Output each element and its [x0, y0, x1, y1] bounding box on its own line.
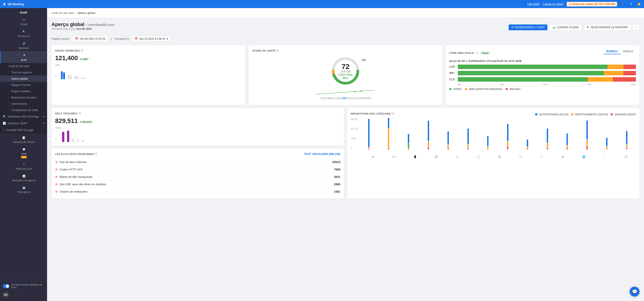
feedback-link[interactable]: Laisser un retour [543, 3, 563, 6]
help-icon[interactable]: ? [629, 2, 633, 6]
bar-group-4 [81, 77, 85, 79]
sidebar-sub-apercu-global[interactable]: Aperçu global [0, 76, 47, 82]
cwv-axis-0: 0% [458, 83, 461, 86]
col12-yellow [586, 140, 588, 146]
view-all-problems-link[interactable]: TOUT VISUALISER (698,156) [304, 153, 340, 156]
sidebar-item-projets[interactable]: ⊞ Projets [0, 16, 47, 27]
sidebar-verificateur-seo[interactable]: 🔍 Vérificateur SEO On-Page ▾ [0, 113, 47, 120]
category-legend: NOTIFICATIONS (451136) AVERTISSEMENTS (2… [535, 113, 636, 116]
invite-link[interactable]: Lien invité [527, 3, 539, 6]
more-options-button[interactable]: ⋮ [633, 24, 640, 31]
cat-icon-chart: 📈 [616, 155, 636, 158]
compare-date-picker[interactable]: 📅 Jan-19 2024 13:38:23 ▾ [132, 36, 170, 42]
sidebar-sub-ressources[interactable]: Ressources trouvées [0, 94, 47, 101]
cwv-axis-25: 25% [500, 83, 504, 86]
y-axis-351: 351.1K [351, 128, 358, 130]
cwv-tab-desktop[interactable]: BUREAU [604, 49, 620, 54]
user-avatar[interactable]: DA [3, 291, 9, 298]
category-bars [360, 118, 636, 149]
health-footer: C'EST MIEUX QUE 63% DES UTILISATEURS [320, 97, 371, 100]
top-cards-row: PAGES CRAWLÉES ⓘ 121,400 +2,867 160k 0 [52, 45, 640, 105]
calendar-icon: 📅 [75, 37, 78, 40]
cwv-badge: Super [480, 51, 490, 55]
col1-red [368, 149, 370, 149]
sidebar-sub-pages-crawlees[interactable]: Pages crawlées [0, 88, 47, 94]
sidebar-bottom: Nouvelle interface utilisateur de menu D… [0, 280, 47, 301]
problem-text-1: Pas de liens internes [60, 160, 87, 164]
score-sante-title-text: SCORE DE SANTÉ [252, 49, 276, 52]
location-icon[interactable]: 📍 [621, 2, 625, 6]
sidebar-sub-liens[interactable]: Liens trouvés [0, 101, 47, 107]
health-score-center: 72 SUR 100 C'EST PAS MAL +36 [252, 55, 439, 101]
cwv-tab-mobile[interactable]: MOBILE [620, 49, 636, 54]
bar-4a [81, 77, 83, 79]
breadcrumb-current: Aperçu global [77, 11, 95, 15]
cat-col-14 [617, 118, 636, 149]
sidebar-item-smm[interactable]: 💬 SMM Beta [0, 145, 47, 160]
problem-text-5: Chaîne de redirection [60, 190, 88, 193]
category-chart-wrapper: 468.2K 351.1K 117K 0 [351, 118, 636, 154]
cat-col-13 [598, 118, 616, 149]
problems-title: LES PLUS GROS PROBLÈMES ⓘ [55, 152, 98, 156]
pack-agence-icon: 🏢 [22, 185, 26, 190]
score-sante-title: SCORE DE SANTÉ ⓘ [252, 49, 439, 52]
col14-red [626, 148, 628, 149]
restart-label: REDÉMARRER L'AUDIT [515, 26, 545, 29]
sidebar-sub-comparaison[interactable]: Comparaison de crawl [0, 107, 47, 113]
col4-blue [428, 121, 429, 141]
cwv-legend-super: SUPER [449, 88, 462, 90]
download-report-button[interactable]: ⬆ TÉLÉCHARGER LE RAPPORT [584, 24, 631, 31]
url-bar-4 [77, 140, 79, 142]
cat-icon-arrows: ↔ [595, 155, 615, 158]
cat-legend-notifications: NOTIFICATIONS (451136) [535, 113, 568, 116]
sidebar-item-marketing-local[interactable]: 📍 Marketing Local [0, 160, 47, 172]
sidebar-analyseur-serp[interactable]: 📊 Analyseur SERP ▾ [0, 120, 47, 127]
sidebar-sub-audit-site-web[interactable]: Audit de site web [0, 63, 47, 69]
sidebar-controle-seo[interactable]: ✓ Contrôle SEO on-page [0, 127, 47, 133]
sidebar-sub-tous-rapports[interactable]: Tous les rapports [0, 69, 47, 76]
problem-row-2: ⊗ Codes HTTP 4XX 7898 [55, 166, 340, 173]
sidebar-item-marketing-contenu[interactable]: 📝 Marketing de contenu [0, 133, 47, 145]
sidebar-sub-rapport-erreur[interactable]: Rapport d'erreur [0, 82, 47, 88]
cat-col-1 [360, 118, 378, 149]
projets-icon: ⊞ [22, 17, 26, 22]
cat-icon-grid: ⊞ [553, 155, 572, 158]
sidebar-item-assembleur[interactable]: 📊 Assembleur de rapports [0, 172, 47, 183]
sidebar-item-pack-agence[interactable]: 🏢 Pack agence [0, 183, 47, 195]
current-report-label: Rapport actuel: [52, 37, 70, 40]
new-ui-toggle[interactable] [3, 284, 10, 288]
cwv-inp-red [624, 71, 636, 75]
problem-count-5: 1581 [334, 190, 340, 193]
cwv-subtitle: QUALITÉ DE L'EXPÉRIENCE UTILISATEUR DU S… [449, 60, 636, 62]
urls-trouvees-title: URLS TROUVÉES ⓘ [55, 112, 340, 115]
sidebar-item-audit[interactable]: 🔎 Audit [0, 51, 47, 63]
cwv-cls-yellow [588, 77, 613, 82]
analyseur-chevron: ▾ [43, 122, 44, 125]
cat-icon-globe: 🌐 [574, 155, 594, 158]
app-name: SE Ranking [8, 3, 24, 6]
controle-label: Contrôle SEO on-page [6, 129, 34, 132]
core-web-vitals-card: CORE WEB VITALS ⓘ Super BUREAU MOBILE QU… [446, 45, 640, 105]
smm-icon: 💬 [22, 147, 26, 152]
urls-min: 0 [55, 138, 61, 140]
category-breakdown-card: RÉPARTITION PAR CATÉGORIE ⓘ NOTIFICATION… [347, 108, 640, 199]
url-bar-5 [82, 140, 84, 142]
bell-icon[interactable]: 🔔 [637, 2, 641, 6]
verificateur-label: Vérificateur SEO On-Page [8, 115, 39, 118]
limits-icon: ⚠ [569, 3, 571, 6]
new-ui-label: Nouvelle interface utilisateur de menu [11, 283, 44, 289]
col7-red [487, 149, 488, 149]
sidebar-item-recherche[interactable]: 🔍 Recherche [0, 27, 47, 39]
current-date-picker[interactable]: 📅 Oct-08 2024 13:52:52 [72, 36, 108, 42]
col6-red [468, 148, 469, 149]
chat-button[interactable]: 💬 [630, 287, 640, 296]
download-icon: ⬆ [587, 26, 589, 29]
sidebar-item-backlinks[interactable]: 🔗 Backlinks [0, 39, 47, 51]
breadcrumb-parent[interactable]: Audit de site web [52, 11, 74, 15]
mauvais-label: MAUVAIS [510, 88, 520, 90]
cat-icon-code: </> [384, 155, 404, 158]
problem-icon-1: ⊗ [55, 160, 58, 164]
restart-audit-button[interactable]: ↺ REDÉMARRER L'AUDIT [509, 25, 548, 30]
looker-studio-button[interactable]: 📊 LOOKER STUDIO [549, 24, 582, 31]
cwv-inp-yellow [604, 71, 624, 75]
